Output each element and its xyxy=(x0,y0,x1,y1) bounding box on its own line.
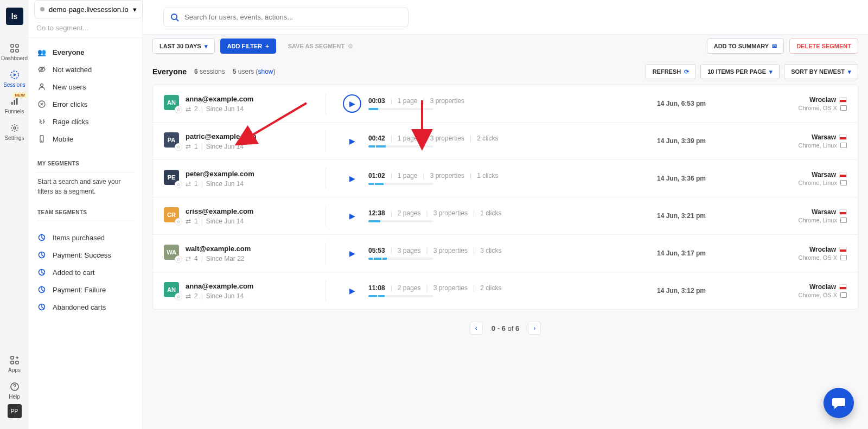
refresh-button[interactable]: REFRESH⟳ xyxy=(646,64,697,79)
avatar: WA☆ xyxy=(164,245,179,260)
svg-point-8 xyxy=(14,127,16,129)
stats-col: 01:02 |1 page |3 properties |1 clicks xyxy=(368,172,657,185)
session-row[interactable]: PA☆ patric@example.com ⇄ 1|Since Jun 14 … xyxy=(153,123,858,160)
next-page-button[interactable]: › xyxy=(528,322,541,335)
show-link[interactable]: show xyxy=(258,68,273,75)
play-button[interactable]: ▶ xyxy=(344,133,360,149)
btn-label: DELETE SEGMENT xyxy=(796,43,851,49)
nav-help[interactable]: Help xyxy=(0,377,29,404)
user-email: anna@example.com xyxy=(186,282,253,290)
user-meta: ⇄ 1|Since Jun 14 xyxy=(186,143,256,150)
star-icon[interactable]: ☆ xyxy=(175,293,182,300)
my-segments-text: Start a search and save your filters as … xyxy=(29,175,142,202)
user-col: AN☆ anna@example.com ⇄ 2|Since Jun 14 xyxy=(164,95,316,113)
play-button[interactable]: ▶ xyxy=(344,283,360,298)
nav-settings[interactable]: Settings xyxy=(0,119,29,145)
team-seg-added-cart[interactable]: Added to cart xyxy=(29,264,142,281)
search-input[interactable] xyxy=(184,13,401,21)
play-button[interactable]: ▶ xyxy=(344,208,360,223)
avatar: PA☆ xyxy=(164,132,179,148)
flag-icon xyxy=(839,209,847,215)
session-row[interactable]: AN☆ anna@example.com ⇄ 2|Since Jun 14 ▶ … xyxy=(153,272,858,309)
user-avatar[interactable]: PP xyxy=(8,404,22,418)
user-email: walt@example.com xyxy=(186,245,251,253)
segment-not-watched[interactable]: Not watched xyxy=(29,61,142,78)
segment-everyone[interactable]: 👥Everyone xyxy=(29,43,142,61)
play-button[interactable]: ▶ xyxy=(344,171,360,186)
save-segment-button[interactable]: SAVE AS SEGMENT⚙ xyxy=(282,39,360,54)
pages: 1 page xyxy=(398,97,418,105)
system: Chrome, OS X xyxy=(798,292,837,298)
city: Wroclaw xyxy=(809,96,836,104)
user-meta: ⇄ 1|Since Jun 14 xyxy=(186,180,254,188)
segment-rage-clicks[interactable]: Rage clicks xyxy=(29,113,142,130)
star-icon[interactable]: ☆ xyxy=(175,181,182,188)
segment-label: Mobile xyxy=(53,135,73,143)
divider xyxy=(326,242,326,264)
sort-button[interactable]: SORT BY NEWEST▾ xyxy=(784,64,858,79)
segment-label: Rage clicks xyxy=(53,118,88,126)
site-selector[interactable]: demo-page.livesession.io ▾ xyxy=(34,0,143,18)
nav-sidebar: ls Dashboard Sessions NEW Funnels Settin… xyxy=(0,0,29,429)
segment-error-clicks[interactable]: Error clicks xyxy=(29,95,142,113)
team-seg-items-purchased[interactable]: Items purchased xyxy=(29,229,142,246)
team-seg-payment-success[interactable]: Payment: Success xyxy=(29,246,142,264)
city: Wroclaw xyxy=(809,283,836,291)
segment-label: Items purchased xyxy=(53,234,105,242)
duration: 00:42 xyxy=(368,135,385,142)
system: Chrome, Linux xyxy=(798,217,837,223)
timestamp: 14 Jun, 3:39 pm xyxy=(657,137,755,145)
flag-icon xyxy=(839,247,847,252)
nav-apps[interactable]: Apps xyxy=(0,351,29,377)
plus-icon: + xyxy=(265,43,269,49)
progress-bar xyxy=(368,108,433,110)
toolbar: LAST 30 DAYS▾ ADD FILTER+ SAVE AS SEGMEN… xyxy=(143,35,868,57)
user-meta: ⇄ 2|Since Jun 14 xyxy=(186,292,253,300)
clicks: 2 clicks xyxy=(477,135,498,142)
play-button[interactable]: ▶ xyxy=(344,246,360,261)
session-row[interactable]: WA☆ walt@example.com ⇄ 4|Since Mar 22 ▶ … xyxy=(153,235,858,272)
user-col: CR☆ criss@example.com ⇄ 1|Since Jun 14 xyxy=(164,207,316,225)
play-button[interactable]: ▶ xyxy=(343,94,361,113)
svg-rect-9 xyxy=(11,356,14,359)
chat-fab[interactable] xyxy=(824,388,854,418)
stats-col: 00:42 |1 page |3 properties |2 clicks xyxy=(368,135,657,148)
team-seg-payment-failure[interactable]: Payment: Failure xyxy=(29,281,142,298)
grid-icon xyxy=(10,43,20,53)
user-email: patric@example.com xyxy=(186,132,256,140)
per-page-button[interactable]: 10 ITEMS PER PAGE▾ xyxy=(700,64,780,79)
prev-page-button[interactable]: ‹ xyxy=(470,322,483,335)
session-row[interactable]: CR☆ criss@example.com ⇄ 1|Since Jun 14 ▶… xyxy=(153,197,858,235)
apps-icon xyxy=(10,355,20,365)
system: Chrome, Linux xyxy=(798,180,837,186)
location-col: Wroclaw Chrome, OS X xyxy=(755,96,847,111)
nav-sessions[interactable]: Sessions xyxy=(0,66,29,92)
stats-col: 11:08 |2 pages |3 properties |2 clicks xyxy=(368,284,657,297)
stats-col: 05:53 |3 pages |3 properties |3 clicks xyxy=(368,247,657,260)
date-range-button[interactable]: LAST 30 DAYS▾ xyxy=(152,39,215,54)
segment-new-users[interactable]: New users xyxy=(29,78,142,95)
star-icon[interactable]: ☆ xyxy=(175,255,182,263)
session-row[interactable]: AN☆ anna@example.com ⇄ 2|Since Jun 14 ▶ … xyxy=(153,85,858,123)
segment-mobile[interactable]: Mobile xyxy=(29,130,142,148)
star-icon[interactable]: ☆ xyxy=(175,218,182,226)
star-icon[interactable]: ☆ xyxy=(175,106,182,113)
nav-funnels[interactable]: NEW Funnels xyxy=(0,92,29,119)
logo[interactable]: ls xyxy=(6,8,23,25)
user-email: peter@example.com xyxy=(186,170,254,178)
team-seg-abandoned[interactable]: Abandoned carts xyxy=(29,298,142,316)
timestamp: 14 Jun, 6:53 pm xyxy=(657,100,755,107)
add-filter-button[interactable]: ADD FILTER+ xyxy=(220,39,276,54)
nav-dashboard[interactable]: Dashboard xyxy=(0,39,29,66)
chart-icon xyxy=(37,251,46,259)
star-icon[interactable]: ☆ xyxy=(175,143,182,151)
add-summary-button[interactable]: ADD TO SUMMARY✉ xyxy=(707,39,784,54)
divider xyxy=(326,280,326,302)
search-box[interactable] xyxy=(163,8,409,27)
delete-segment-button[interactable]: DELETE SEGMENT xyxy=(789,39,858,54)
session-row[interactable]: PE☆ peter@example.com ⇄ 1|Since Jun 14 ▶… xyxy=(153,160,858,197)
segment-search-input[interactable] xyxy=(29,18,142,38)
search-icon xyxy=(170,13,179,22)
segment-label: Payment: Success xyxy=(53,251,111,259)
timestamp: 14 Jun, 3:36 pm xyxy=(657,175,755,182)
